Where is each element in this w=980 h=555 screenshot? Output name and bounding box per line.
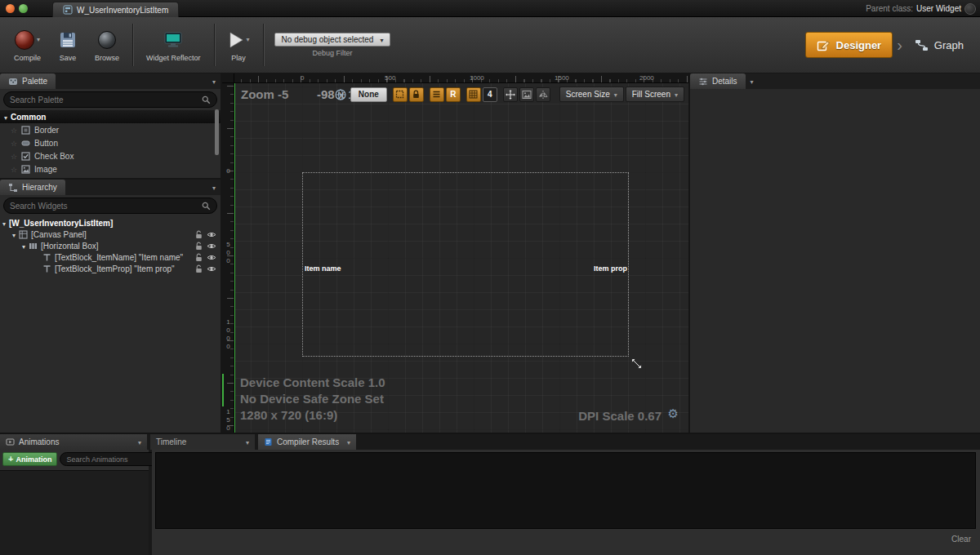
- tab-menu-chevron-icon[interactable]: [347, 438, 350, 446]
- preview-culture-button[interactable]: None: [350, 87, 387, 102]
- lock-widgets-button[interactable]: [409, 87, 424, 102]
- palette-item-button[interactable]: Button: [0, 136, 220, 149]
- palette-item-image[interactable]: Image: [0, 162, 220, 175]
- ruler-label: 1500: [555, 74, 569, 82]
- expander-icon[interactable]: [22, 242, 25, 251]
- compiler-results-panel: Clear: [152, 450, 980, 555]
- visibility-eye-icon[interactable]: [207, 242, 216, 250]
- lock-icon[interactable]: [195, 253, 203, 262]
- designer-viewport: 0 500 1000 1500 2000 0 500 1000 1500 Zoo…: [222, 73, 688, 433]
- palette-header: Palette: [0, 73, 220, 89]
- compiler-output[interactable]: [155, 452, 976, 529]
- lock-icon[interactable]: [195, 230, 203, 239]
- toolbar-separator: [263, 24, 264, 66]
- design-canvas[interactable]: Zoom -5 -98 x 1,364 None: [234, 83, 688, 433]
- favorite-star-icon[interactable]: [11, 126, 17, 135]
- text-block-icon: [42, 264, 51, 273]
- dock-area: Palette Common: [0, 73, 980, 433]
- snap-size-button[interactable]: 4: [483, 87, 497, 102]
- save-button[interactable]: Save: [50, 17, 86, 73]
- chevron-down-icon: [675, 91, 678, 99]
- ruler-scroll-indicator: [222, 374, 224, 406]
- titlebar-dot-green[interactable]: [19, 4, 28, 13]
- tab-menu-chevron-icon[interactable]: [138, 438, 141, 446]
- add-animation-button[interactable]: Animation: [2, 452, 57, 466]
- palette-search[interactable]: [3, 91, 217, 108]
- flip-horizontal-button[interactable]: [536, 87, 550, 102]
- localization-preview-button[interactable]: [333, 87, 348, 102]
- device-content-scale-label: Device Content Scale 1.0: [240, 375, 385, 389]
- hierarchy-item-textblock-itemname[interactable]: [TextBlock_ItemName] "Item name": [0, 251, 220, 263]
- parent-class-value: User Widget: [916, 4, 961, 13]
- plus-icon: [8, 455, 13, 464]
- favorite-star-icon[interactable]: [11, 152, 17, 161]
- canvas-item-prop-text[interactable]: Item prop: [578, 264, 627, 273]
- tab-animations[interactable]: Animations: [0, 434, 147, 450]
- asset-tab-label: W_UserInventoryListItem: [77, 6, 168, 15]
- palette-item-check-box[interactable]: Check Box: [0, 149, 220, 162]
- expander-icon[interactable]: [12, 230, 16, 239]
- play-options-chevron-icon[interactable]: [247, 36, 250, 43]
- favorite-star-icon[interactable]: [11, 139, 17, 148]
- ruler-label: 500: [385, 74, 395, 82]
- widget-reflector-button[interactable]: Widget Reflector: [137, 17, 210, 73]
- palette-category-common[interactable]: Common: [0, 110, 220, 123]
- search-icon: [202, 202, 211, 211]
- tab-timeline[interactable]: Timeline: [150, 434, 255, 450]
- hierarchy-search[interactable]: [3, 198, 217, 214]
- play-button[interactable]: Play: [219, 17, 259, 73]
- details-panel: Details: [690, 73, 980, 433]
- dpi-settings-gear-icon[interactable]: ⚙: [668, 406, 679, 421]
- screen-size-dropdown[interactable]: Screen Size: [559, 87, 624, 102]
- palette-tab[interactable]: Palette: [0, 73, 56, 89]
- lock-icon[interactable]: [195, 264, 203, 273]
- hierarchy-item-horizontal-box[interactable]: [Horizontal Box]: [0, 240, 220, 251]
- hierarchy-item-textblock-itemprop[interactable]: [TextBlock_ItemProp] "Item prop": [0, 263, 220, 274]
- hierarchy-menu-chevron-icon[interactable]: [212, 184, 216, 192]
- list-lines-icon: [432, 90, 441, 99]
- tab-compiler-results[interactable]: Compiler Results: [258, 434, 356, 450]
- hierarchy-item-root[interactable]: [W_UserInventoryListItem]: [0, 217, 220, 229]
- designer-mode-button[interactable]: Designer: [805, 32, 893, 58]
- visibility-eye-icon[interactable]: [207, 265, 216, 273]
- hierarchy-tab[interactable]: Hierarchy: [0, 180, 65, 195]
- details-header: Details: [690, 73, 980, 89]
- browse-button[interactable]: Browse: [86, 17, 128, 73]
- hierarchy-search-input[interactable]: [10, 202, 198, 211]
- translate-mode-button[interactable]: [503, 87, 518, 102]
- compile-button[interactable]: Compile: [5, 17, 50, 73]
- toggle-outlines-button[interactable]: [393, 87, 408, 102]
- chevron-down-icon: [614, 91, 617, 99]
- animations-list[interactable]: [0, 470, 149, 555]
- palette-item-border[interactable]: Border: [0, 123, 220, 136]
- animations-search-input[interactable]: [66, 455, 162, 464]
- details-body: [690, 89, 980, 433]
- expander-icon[interactable]: [2, 219, 6, 228]
- palette-search-input[interactable]: [10, 95, 198, 104]
- resize-cursor-icon[interactable]: [630, 357, 644, 371]
- visibility-eye-icon[interactable]: [207, 254, 216, 261]
- guides-toggle-button[interactable]: [430, 87, 444, 102]
- debug-object-dropdown[interactable]: No debug object selected: [274, 33, 391, 47]
- details-tab[interactable]: Details: [690, 73, 746, 89]
- canvas-item-name-text[interactable]: Item name: [305, 264, 341, 273]
- clear-button[interactable]: Clear: [951, 535, 971, 544]
- graph-mode-button[interactable]: Graph: [906, 33, 972, 57]
- titlebar-dot-orange[interactable]: [6, 4, 15, 13]
- compile-options-chevron-icon[interactable]: [37, 36, 40, 43]
- asset-tab[interactable]: W_UserInventoryListItem: [52, 2, 179, 17]
- lock-icon[interactable]: [195, 242, 203, 251]
- hierarchy-item-canvas-panel[interactable]: [Canvas Panel]: [0, 229, 220, 240]
- r-toggle-button[interactable]: R: [446, 87, 461, 102]
- preview-background-button[interactable]: [519, 87, 534, 102]
- palette-scrollbar[interactable]: [215, 109, 219, 155]
- visibility-eye-icon[interactable]: [207, 231, 216, 238]
- toolbar-separator: [132, 24, 133, 66]
- fill-rule-dropdown[interactable]: Fill Screen: [626, 87, 684, 102]
- favorite-star-icon[interactable]: [11, 165, 17, 174]
- details-menu-chevron-icon[interactable]: [751, 78, 754, 86]
- tab-menu-chevron-icon[interactable]: [246, 438, 249, 446]
- grid-snap-button[interactable]: [466, 87, 481, 102]
- debug-filter-label: Debug Filter: [313, 49, 353, 57]
- palette-menu-chevron-icon[interactable]: [212, 78, 216, 86]
